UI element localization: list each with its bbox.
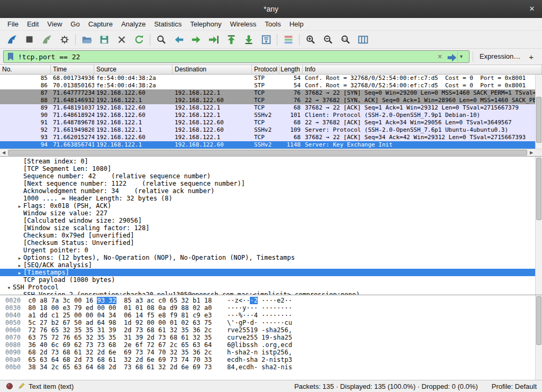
zoom-original-button[interactable]: 1:1 [337,32,354,47]
hex-row-0050[interactable]: 0050 5c 27 b2 67 50 ad 64 98 1d 92 00 00… [5,319,542,326]
column-header-no[interactable]: No. [0,65,51,74]
add-filter-button[interactable]: + [527,52,539,61]
go-to-top-button[interactable] [222,32,240,47]
go-forward-button[interactable] [187,32,205,47]
hex-vscrollbar[interactable] [535,295,542,380]
detail-vscrollbar-thumb[interactable] [536,158,541,220]
packet-row-86[interactable]: 8670.013850163fe:54:00:d4:38:2aSTP54Conf… [0,82,535,89]
menu-edit[interactable]: Edit [23,19,43,30]
detail-line[interactable]: Sequence number: 42 (relative sequence n… [0,172,542,180]
detail-line[interactable]: Checksum: 0x79ed [unverified] [0,232,542,239]
hex-row-0060[interactable]: 0060 72 76 65 32 35 35 31 39 2d 73 68 61… [5,326,542,334]
hex-row-00a0[interactable]: 00a0 65 63 64 68 2d 73 68 61 32 2d 6e 69… [5,356,542,363]
detail-line[interactable]: SSH Version 2 (encryption:chacha20-poly1… [0,291,542,295]
scroll-left-icon[interactable]: ◀ [0,149,7,156]
collapse-icon[interactable]: ▾ [5,284,13,291]
hex-row-0090[interactable]: 0090 68 2d 73 68 61 32 2d 6e 69 73 74 70… [5,349,542,356]
bookmark-icon[interactable] [6,52,15,61]
hex-row-0070[interactable]: 0070 63 75 72 76 65 32 35 35 31 39 2d 73… [5,334,542,341]
packet-row-92[interactable]: 9271.661949820192.168.122.1192.168.122.6… [0,126,535,134]
hex-row-0040[interactable]: 0040 a1 dd c1 25 00 00 04 34 06 14 f5 e8… [5,312,542,319]
close-file-button[interactable] [113,32,130,47]
detail-line[interactable]: Acknowledgment number: 34 (relative ack … [0,187,542,195]
reload-button[interactable] [130,32,148,47]
menu-telephony[interactable]: Telephony [186,19,225,30]
packet-row-94[interactable]: 9471.663856741192.168.122.1192.168.122.6… [0,141,535,149]
expand-icon[interactable]: ▸ [16,262,23,269]
menu-wireless[interactable]: Wireless [225,19,260,30]
column-header-info[interactable]: Info [303,65,542,74]
menu-help[interactable]: Help [285,19,308,30]
packet-row-91[interactable]: 9171.648789678192.168.122.1192.168.122.6… [0,119,535,126]
column-header-src[interactable]: Source [94,65,173,74]
packet-row-90[interactable]: 9071.648618924192.168.122.60192.168.122.… [0,112,535,119]
capture-start-button[interactable] [3,32,21,47]
expand-icon[interactable]: ▸ [16,269,23,277]
go-back-button[interactable] [170,32,187,47]
profile-status[interactable]: Profile: Default [492,382,537,390]
detail-line[interactable]: [Next sequence number: 1122 (relative se… [0,180,542,187]
capture-options-button[interactable] [56,32,73,47]
capture-comment-pencil-icon[interactable] [17,382,25,390]
packet-list-vscrollbar[interactable] [535,75,542,149]
detail-line[interactable]: ▸Flags: 0x018 (PSH, ACK) [0,202,542,209]
detail-line[interactable]: ▸[Timestamps] [0,269,542,276]
packet-row-85[interactable]: 8568.001734936fe:54:00:d4:38:2aSTP54Conf… [0,75,535,82]
packet-list-vscrollbar-thumb[interactable] [536,97,541,143]
column-header-proto[interactable]: Protocol [252,65,279,74]
hex-selected-bytes[interactable]: ·2 [250,297,257,304]
find-packet-button[interactable] [152,32,170,47]
hex-row-0030[interactable]: 0030 80 18 00 e3 79 ed 00 00 01 01 08 0a… [5,304,542,312]
column-header-len[interactable]: Length [279,65,303,74]
filter-dropdown-icon[interactable]: ▼ [457,52,467,61]
display-filter-field[interactable]: ✕ ▼ [3,50,469,63]
menu-statistics[interactable]: Statistics [150,19,186,30]
detail-line[interactable]: Urgent pointer: 0 [0,247,542,254]
detail-line[interactable]: [TCP Segment Len: 1080] [0,165,542,172]
detail-line[interactable]: [Calculated window size: 29056] [0,217,542,224]
expand-icon[interactable]: ▸ [16,254,23,262]
detail-line[interactable]: [Checksum Status: Unverified] [0,239,542,247]
auto-scroll-button[interactable] [257,32,275,47]
resize-columns-button[interactable] [354,32,372,47]
filter-clear-icon[interactable]: ✕ [434,53,446,60]
capture-stop-button[interactable] [21,32,38,47]
hex-vscrollbar-thumb[interactable] [536,296,541,345]
zoom-out-button[interactable] [319,32,337,47]
scroll-right-icon[interactable]: ▶ [528,149,535,156]
menu-capture[interactable]: Capture [84,19,117,30]
packet-row-93[interactable]: 9371.662015274192.168.122.60192.168.122.… [0,134,535,141]
expand-icon[interactable]: ▸ [16,203,23,210]
detail-vscrollbar[interactable] [535,157,542,295]
detail-line[interactable]: ▾SSH Protocol [0,284,542,291]
packet-row-89[interactable]: 8971.648191037192.168.122.60192.168.122.… [0,104,535,112]
menu-file[interactable]: File [3,19,23,30]
hex-row-0020[interactable]: 0020 c0 a8 7a 3c 00 16 93 32 85 a3 ac c0… [5,297,542,304]
expert-info-icon[interactable] [5,382,14,390]
detail-line[interactable]: ▸[SEQ/ACK analysis] [0,261,542,269]
packet-list-hscrollbar[interactable]: ◀ ▶ [0,149,542,156]
go-to-packet-button[interactable] [205,32,222,47]
capture-restart-button[interactable] [38,32,56,47]
detail-line[interactable]: [Window size scaling factor: 128] [0,224,542,232]
go-to-bottom-button[interactable] [240,32,257,47]
detail-line[interactable]: 1000 .... = Header Length: 32 bytes (8) [0,195,542,202]
menu-analyze[interactable]: Analyze [117,19,150,30]
colorize-button[interactable] [279,32,297,47]
detail-line[interactable]: TCP payload (1080 bytes) [0,276,542,284]
menu-go[interactable]: Go [66,19,84,30]
packet-row-88[interactable]: 8871.648146932192.168.122.1192.168.122.6… [0,97,535,104]
display-filter-input[interactable] [15,53,434,61]
detail-line[interactable]: [Stream index: 0] [0,158,542,165]
save-file-button[interactable] [95,32,113,47]
open-file-button[interactable] [78,32,95,47]
titlebar[interactable]: *any ✕ [0,0,542,18]
detail-line[interactable]: Window size value: 227 [0,209,542,217]
hex-selected-bytes[interactable]: 93 32 [97,297,116,304]
zoom-in-button[interactable] [302,32,319,47]
menu-view[interactable]: View [43,19,66,30]
hex-row-0080[interactable]: 0080 36 40 6c 69 62 73 73 68 2e 6f 72 67… [5,341,542,349]
column-header-dst[interactable]: Destination [173,65,252,74]
filter-apply-icon[interactable] [446,52,457,61]
detail-line[interactable]: ▸Options: (12 bytes), No-Operation (NOP)… [0,254,542,261]
